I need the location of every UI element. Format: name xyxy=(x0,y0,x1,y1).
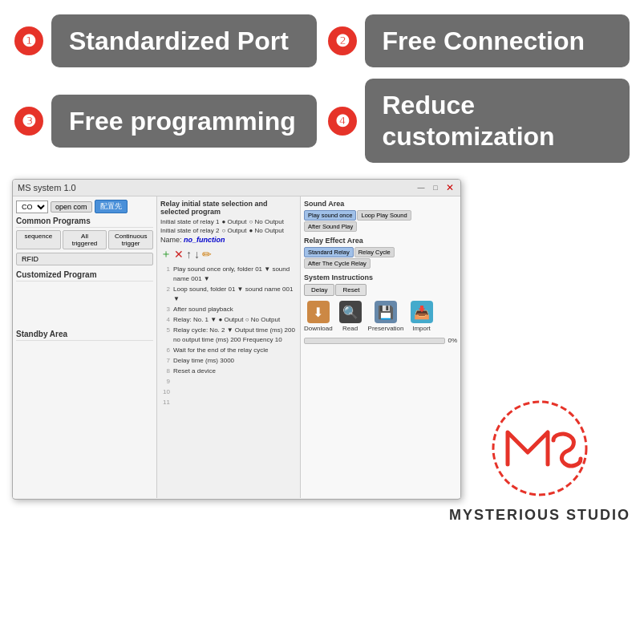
relay1-radio2: ○ No Output xyxy=(249,218,284,225)
feature-item-2: ❷ Free Connection xyxy=(328,14,630,67)
delete-icon[interactable]: ✕ xyxy=(174,248,184,261)
loop-play-sound-tab[interactable]: Loop Play Sound xyxy=(357,210,411,221)
action-icons-row: ⬇ Download 🔍 Read 💾 Preservation 📥 Impor… xyxy=(304,301,457,332)
reset-button[interactable]: Reset xyxy=(335,284,367,296)
features-section: ❶ Standardized Port ❷ Free Connection ❸ … xyxy=(0,0,644,171)
rfid-btn[interactable]: RFID xyxy=(16,253,153,265)
sound-area-tabs: Play sound once Loop Play Sound After So… xyxy=(304,210,457,232)
window-body: COM3 open com 配置先 Common Programs sequen… xyxy=(13,196,460,498)
edit-icon[interactable]: ✏ xyxy=(202,248,212,261)
code-line-6: 6 Wait for the end of the relay cycle xyxy=(160,346,297,355)
com-select[interactable]: COM3 xyxy=(16,200,48,213)
code-area: 1 Play sound once only, folder 01 ▼ soun… xyxy=(160,265,297,407)
feature-item-4: ❹ Reducecustomization xyxy=(328,79,630,163)
read-icon: 🔍 xyxy=(339,301,362,323)
program-buttons: sequence Alltriggered Continuoustrigger xyxy=(16,230,153,249)
code-line-9: 9 xyxy=(160,377,297,387)
window-controls: — □ ✕ xyxy=(415,182,456,193)
ms-logo-svg xyxy=(488,396,592,500)
preservation-icon: 💾 xyxy=(375,301,397,323)
play-sound-once-tab[interactable]: Play sound once xyxy=(304,210,356,221)
feature-label-4: Reducecustomization xyxy=(365,79,630,163)
name-value: no_function xyxy=(184,236,225,244)
preservation-label: Preservation xyxy=(368,325,404,332)
center-panel: Relay initial state selection and select… xyxy=(157,196,300,498)
import-icon-item[interactable]: 📥 Import xyxy=(411,301,433,332)
download-label: Download xyxy=(304,325,333,332)
bottom-section: MS system 1.0 — □ ✕ COM3 open com 配置先 Co… xyxy=(0,171,644,564)
after-sound-play-tab[interactable]: After Sound Play xyxy=(304,221,357,232)
read-label: Read xyxy=(342,325,358,332)
relay-title: Relay initial state selection and select… xyxy=(160,200,297,216)
config-button[interactable]: 配置先 xyxy=(95,200,128,213)
standard-relay-tab[interactable]: Standard Relay xyxy=(304,247,354,257)
feature-number-2: ❷ xyxy=(328,26,357,55)
ms-system-window[interactable]: MS system 1.0 — □ ✕ COM3 open com 配置先 Co… xyxy=(12,179,461,500)
standby-area-title: Standby Area xyxy=(16,330,153,341)
relay2-row: Initial state of relay 2 ○ Output ● No O… xyxy=(160,227,297,234)
feature-number-3: ❸ xyxy=(14,107,43,136)
logo-area: MYSTERIOUS STUDIO xyxy=(448,371,632,548)
code-line-7: 7 Delay time (ms) 3000 xyxy=(160,356,297,366)
window-title: MS system 1.0 xyxy=(18,183,76,192)
common-programs-title: Common Programs xyxy=(16,217,153,228)
import-label: Import xyxy=(412,325,431,332)
system-instructions-title: System Instructions xyxy=(304,273,457,281)
code-line-1: 1 Play sound once only, folder 01 ▼ soun… xyxy=(160,265,297,284)
feature-item-1: ❶ Standardized Port xyxy=(14,14,317,67)
toolbar-row: ＋ ✕ ↑ ↓ ✏ xyxy=(160,247,297,261)
code-line-3: 3 After sound playback xyxy=(160,305,297,314)
standby-area-section: Standby Area xyxy=(16,330,153,341)
customized-program-title: Customized Program xyxy=(16,270,153,281)
feature-item-3: ❸ Free programming xyxy=(14,79,317,163)
after-cycle-relay-tab[interactable]: After The Cycle Relay xyxy=(304,258,371,269)
system-instruction-buttons: Delay Reset xyxy=(304,284,457,296)
name-row: Name: no_function xyxy=(160,236,297,244)
import-icon: 📥 xyxy=(411,301,433,323)
relay1-label: Initial state of relay 1 xyxy=(160,218,219,225)
progress-percent: 0% xyxy=(448,337,457,344)
relay-effect-title: Relay Effect Area xyxy=(304,237,457,245)
feature-number-4: ❹ xyxy=(328,107,357,136)
code-line-11: 11 xyxy=(160,398,297,407)
relay-effect-tabs: Standard Relay Relay Cycle After The Cyc… xyxy=(304,247,457,269)
close-button[interactable]: ✕ xyxy=(444,182,456,193)
relay1-radio: ● Output xyxy=(221,218,246,225)
progress-row: 0% xyxy=(304,337,457,344)
code-line-10: 10 xyxy=(160,387,297,397)
download-icon-item[interactable]: ⬇ Download xyxy=(304,301,333,332)
all-triggered-btn[interactable]: Alltriggered xyxy=(63,230,107,249)
com-row: COM3 open com 配置先 xyxy=(16,200,153,213)
relay2-label: Initial state of relay 2 xyxy=(160,227,219,234)
feature-label-3: Free programming xyxy=(51,95,317,148)
relay1-row: Initial state of relay 1 ● Output ○ No O… xyxy=(160,218,297,225)
studio-logo-text: MYSTERIOUS STUDIO xyxy=(449,507,630,524)
window-titlebar: MS system 1.0 — □ ✕ xyxy=(13,180,460,196)
up-icon[interactable]: ↑ xyxy=(186,248,192,261)
feature-label-2: Free Connection xyxy=(365,14,630,67)
relay2-radio: ○ Output xyxy=(221,227,246,234)
code-line-2: 2 Loop sound, folder 01 ▼ sound name 001… xyxy=(160,285,297,304)
sequence-btn[interactable]: sequence xyxy=(16,230,61,249)
maximize-button[interactable]: □ xyxy=(430,182,441,193)
open-com-button[interactable]: open com xyxy=(51,201,92,213)
down-icon[interactable]: ↓ xyxy=(194,248,200,261)
read-icon-item[interactable]: 🔍 Read xyxy=(339,301,362,332)
download-icon: ⬇ xyxy=(307,301,330,323)
progress-bar xyxy=(304,338,445,344)
code-line-4: 4 Relay: No. 1 ▼ ● Output ○ No Output xyxy=(160,315,297,325)
continuous-trigger-btn[interactable]: Continuoustrigger xyxy=(108,230,153,249)
right-panel: Sound Area Play sound once Loop Play Sou… xyxy=(300,196,460,498)
delay-button[interactable]: Delay xyxy=(304,284,334,296)
feature-label-1: Standardized Port xyxy=(51,14,317,67)
left-panel: COM3 open com 配置先 Common Programs sequen… xyxy=(13,196,157,498)
minimize-button[interactable]: — xyxy=(415,182,427,193)
customized-program-section: Customized Program xyxy=(16,270,153,281)
preservation-icon-item[interactable]: 💾 Preservation xyxy=(368,301,404,332)
relay-cycle-tab[interactable]: Relay Cycle xyxy=(354,247,395,257)
code-line-8: 8 Reset a device xyxy=(160,367,297,376)
add-icon[interactable]: ＋ xyxy=(160,247,172,261)
code-line-5: 5 Relay cycle: No. 2 ▼ Output time (ms) … xyxy=(160,326,297,345)
feature-number-1: ❶ xyxy=(14,26,43,55)
sound-area-title: Sound Area xyxy=(304,200,457,208)
